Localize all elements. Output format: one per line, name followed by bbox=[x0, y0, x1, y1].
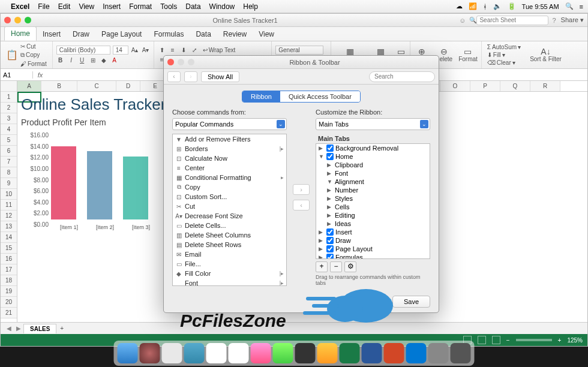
format-table-icon[interactable]: ▦ bbox=[376, 47, 385, 56]
command-item[interactable]: ⊞Borders|▸ bbox=[173, 144, 286, 154]
command-item[interactable]: ▭Delete Cells... bbox=[173, 221, 286, 230]
launchpad-icon[interactable] bbox=[162, 343, 182, 363]
tree-item[interactable]: ▶Number bbox=[316, 186, 430, 194]
bold-icon[interactable]: B bbox=[56, 56, 65, 64]
command-item[interactable]: ◆Fill Color|▸ bbox=[173, 269, 286, 278]
font-name-select[interactable]: Calibri (Body) bbox=[56, 46, 110, 55]
dialog-search-input[interactable] bbox=[369, 71, 435, 82]
contacts-icon[interactable] bbox=[206, 343, 227, 363]
font-size-select[interactable]: 14 bbox=[113, 46, 128, 55]
view-layout-icon[interactable] bbox=[478, 336, 486, 344]
excel-dock-icon[interactable] bbox=[340, 343, 360, 363]
delete-cells-icon[interactable]: ⊖ bbox=[440, 47, 448, 56]
decrease-font-icon[interactable]: A▾ bbox=[142, 46, 150, 55]
tree-item[interactable]: ▶Editing bbox=[316, 211, 430, 219]
format-menu[interactable]: Format bbox=[129, 2, 152, 11]
add-sheet-button[interactable]: + bbox=[60, 325, 64, 332]
tree-checkbox[interactable] bbox=[326, 237, 334, 244]
volume-icon[interactable]: 🔈 bbox=[493, 2, 502, 10]
tree-item[interactable]: ▶Draw bbox=[316, 236, 430, 245]
tab-insert[interactable]: Insert bbox=[37, 28, 67, 41]
zoom-level[interactable]: 125% bbox=[567, 337, 583, 344]
clear-button[interactable]: ⌫ Clear ▾ bbox=[485, 59, 523, 67]
segment-ribbon[interactable]: Ribbon bbox=[242, 91, 280, 102]
underline-icon[interactable]: U bbox=[78, 56, 86, 64]
zoom-in-button[interactable]: + bbox=[558, 337, 562, 344]
safari-icon[interactable] bbox=[184, 343, 205, 363]
tab-formulas[interactable]: Formulas bbox=[148, 28, 190, 41]
finder-icon[interactable] bbox=[118, 343, 138, 363]
wifi-icon[interactable]: 📶 bbox=[469, 2, 477, 10]
command-item[interactable]: ▼Add or Remove Filters bbox=[173, 134, 286, 144]
command-item[interactable]: ▭File... bbox=[173, 259, 286, 269]
tree-item[interactable]: ▼Alignment bbox=[316, 178, 430, 186]
ribbon-tree[interactable]: ▶Background Removal▼Home▶Clipboard▶Font▼… bbox=[316, 143, 430, 259]
music-icon[interactable] bbox=[251, 343, 271, 363]
remove-command-button[interactable]: ‹ bbox=[293, 200, 310, 210]
zoom-slider[interactable] bbox=[516, 339, 552, 341]
search-sheet-input[interactable] bbox=[476, 16, 548, 25]
increase-font-icon[interactable]: A▴ bbox=[131, 46, 139, 55]
add-tab-button[interactable]: + bbox=[316, 261, 328, 272]
window-menu[interactable]: Window bbox=[209, 2, 235, 11]
tree-item[interactable]: ▶Ideas bbox=[316, 219, 430, 228]
command-item[interactable]: A▾Decrease Font Size bbox=[173, 211, 286, 221]
command-item[interactable]: ⊡Calculate Now bbox=[173, 154, 286, 163]
help-icon[interactable]: ? bbox=[552, 17, 556, 24]
share-button[interactable]: Share ▾ bbox=[561, 16, 584, 24]
fullscreen-button[interactable] bbox=[25, 17, 31, 23]
facetime-icon[interactable] bbox=[273, 343, 293, 363]
tree-checkbox[interactable] bbox=[326, 245, 334, 252]
zoom-out-button[interactable]: − bbox=[506, 337, 510, 344]
tools-menu[interactable]: Tools bbox=[160, 2, 177, 11]
tree-checkbox[interactable] bbox=[326, 254, 334, 259]
fx-icon[interactable]: fx bbox=[33, 71, 47, 79]
siri-icon[interactable] bbox=[140, 343, 160, 363]
sheet-nav-right[interactable]: ▶ bbox=[16, 325, 21, 332]
app-menu[interactable]: Excel bbox=[11, 2, 29, 11]
notification-icon[interactable]: ≡ bbox=[580, 3, 583, 10]
border-icon[interactable]: ⊞ bbox=[89, 56, 97, 64]
italic-icon[interactable]: I bbox=[67, 56, 76, 64]
tree-checkbox[interactable] bbox=[326, 145, 334, 152]
pages-icon[interactable] bbox=[317, 343, 338, 363]
file-menu[interactable]: File bbox=[38, 2, 49, 11]
battery-icon[interactable]: 🔋 bbox=[508, 2, 516, 10]
settings-icon[interactable] bbox=[428, 343, 449, 363]
command-item[interactable]: ▥Delete Sheet Columns bbox=[173, 230, 286, 240]
ribbon-target-select[interactable]: Main Tabs⌄ bbox=[316, 118, 430, 130]
format-cells-icon[interactable]: ▭ bbox=[464, 47, 472, 56]
tree-item[interactable]: ▶Background Removal bbox=[316, 144, 430, 152]
gear-icon[interactable]: ⚙ bbox=[344, 261, 356, 272]
autosum-button[interactable]: Σ AutoSum ▾ bbox=[485, 43, 523, 51]
align-bottom-icon[interactable]: ⬇ bbox=[179, 46, 188, 55]
spotlight-icon[interactable]: 🔍 bbox=[565, 2, 574, 10]
smiley-icon[interactable]: ☺ bbox=[459, 17, 466, 24]
copy-button[interactable]: ⧉ Copy bbox=[19, 51, 49, 59]
command-item[interactable]: ▦Conditional Formatting▸ bbox=[173, 173, 286, 182]
terminal-icon[interactable] bbox=[295, 343, 316, 363]
tab-review[interactable]: Review bbox=[217, 28, 253, 41]
calendar-icon[interactable] bbox=[229, 343, 249, 363]
cell-styles-icon[interactable]: ▭ bbox=[397, 47, 406, 56]
row-headers[interactable]: 123456789101112131415161718192021 bbox=[1, 81, 17, 322]
edit-menu[interactable]: Edit bbox=[58, 2, 71, 11]
view-pagebreak-icon[interactable] bbox=[492, 336, 500, 344]
number-format-select[interactable]: General bbox=[275, 46, 323, 55]
command-item[interactable]: ⊡Custom Sort... bbox=[173, 192, 286, 201]
align-middle-icon[interactable]: ≡ bbox=[169, 46, 177, 55]
tree-checkbox[interactable] bbox=[326, 153, 334, 160]
format-painter-button[interactable]: 🖌 Format bbox=[19, 60, 49, 68]
add-command-button[interactable]: › bbox=[293, 184, 310, 195]
cloud-icon[interactable]: ☁ bbox=[456, 2, 463, 10]
commands-listbox[interactable]: ▼Add or Remove Filters⊞Borders|▸⊡Calcula… bbox=[172, 134, 287, 286]
minimize-button[interactable] bbox=[14, 17, 21, 23]
fill-button[interactable]: ⬇ Fill ▾ bbox=[485, 51, 523, 59]
clock[interactable]: Tue 9:55 AM bbox=[522, 3, 559, 10]
dialog-close-button[interactable] bbox=[167, 59, 174, 65]
command-item[interactable]: ≡Center bbox=[173, 163, 286, 173]
nav-back-button[interactable]: ‹ bbox=[167, 71, 181, 82]
command-item[interactable]: ⧉Copy bbox=[173, 182, 286, 192]
data-menu[interactable]: Data bbox=[185, 2, 200, 11]
outlook-icon[interactable] bbox=[406, 343, 427, 363]
